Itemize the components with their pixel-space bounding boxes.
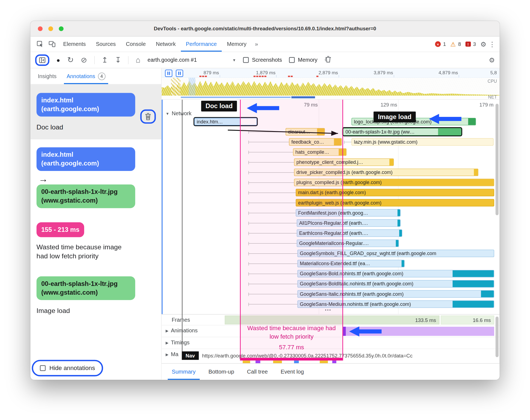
network-request-bar[interactable]: plugins_compiled.js (earth.google.com) xyxy=(294,179,494,186)
collapse-triangle-icon[interactable]: ▼ xyxy=(166,111,169,116)
annotation-entry-link[interactable]: index.html (earth.google.com) → 00-earth… xyxy=(30,139,161,208)
nav-marker-badge[interactable]: Nav xyxy=(182,351,199,360)
overview-ruler[interactable]: 879 ms 1,879 ms 2,879 ms 3,879 ms 4,879 … xyxy=(161,68,499,78)
annotation-pill-splash-jpg[interactable]: 00-earth-splash-1x-ltr.jpg (www.gstatic.… xyxy=(37,185,135,208)
frames-track[interactable]: Frames 133.5 ms 16.6 ms xyxy=(161,315,499,326)
network-request-bar[interactable]: FontManifest.json (earth.goog… xyxy=(296,209,401,217)
home-icon[interactable]: ⌂ xyxy=(136,56,140,64)
history-selected-value: earth.google.com #1 xyxy=(148,57,197,63)
error-icon[interactable]: × xyxy=(435,41,441,47)
expand-triangle-icon[interactable]: ▶ xyxy=(166,341,168,345)
network-track-header[interactable]: ▼ Network xyxy=(166,111,192,117)
close-window-button[interactable] xyxy=(38,26,43,31)
tracks-scrollbar[interactable] xyxy=(496,317,499,357)
image-load-callout[interactable]: Image load xyxy=(373,111,416,122)
timings-track-header[interactable]: ▶ Timings xyxy=(166,339,190,345)
tab-console[interactable]: Console xyxy=(121,37,151,52)
warning-icon[interactable]: ⚠ xyxy=(450,41,456,47)
tab-event-log[interactable]: Event log xyxy=(276,363,308,380)
tab-performance[interactable]: Performance xyxy=(181,37,222,52)
network-request-bar[interactable]: feedback_co… xyxy=(289,138,342,146)
annotation-label[interactable]: Doc load xyxy=(37,123,155,131)
network-request-bar[interactable]: EarthIcons-Regular.otf (earth.… xyxy=(297,229,402,237)
annotation-pill-time-range[interactable]: 155 - 213 ms xyxy=(37,222,84,237)
clear-recording-button[interactable]: ⊘ xyxy=(81,56,87,64)
annotation-pill-splash-jpg[interactable]: 00-earth-splash-1x-ltr.jpg (www.gstatic.… xyxy=(37,276,135,300)
tab-bottom-up[interactable]: Bottom-up xyxy=(204,363,238,380)
inspect-element-icon[interactable] xyxy=(34,37,46,52)
more-tabs-icon[interactable]: » xyxy=(252,37,261,52)
tab-summary[interactable]: Summary xyxy=(168,363,200,380)
network-request-bar[interactable]: 00-earth-splash-1x-ltr.jpg (ww… xyxy=(343,128,461,135)
request-body-segment xyxy=(453,270,494,277)
network-request-bar[interactable]: GoogleSans-BoldItalic.nohints.ttf (earth… xyxy=(298,280,494,288)
issues-icon[interactable]: ! xyxy=(465,42,471,47)
trash-icon[interactable] xyxy=(145,113,152,120)
main-track-header[interactable]: ▶ Ma xyxy=(166,351,178,357)
annotation-label[interactable]: Image load xyxy=(37,307,155,314)
cpu-overview-strip[interactable]: CPU xyxy=(161,78,499,96)
network-request-bar[interactable]: earthplugin_web.js (earth.google.com) xyxy=(296,199,494,206)
network-request-label: MaterialIcons-Extended.ttf (ea… xyxy=(300,261,370,266)
tab-insights[interactable]: Insights xyxy=(35,68,59,84)
tab-memory[interactable]: Memory xyxy=(222,37,252,52)
expand-triangle-icon[interactable]: ▶ xyxy=(166,329,168,333)
timings-track[interactable]: ▶ Timings xyxy=(161,337,499,349)
network-request-bar[interactable]: index.htm… xyxy=(194,118,257,125)
screenshots-checkbox[interactable] xyxy=(243,57,249,63)
annotations-label: Annotations xyxy=(67,73,95,79)
tab-elements[interactable]: Elements xyxy=(58,37,91,52)
network-request-bar[interactable]: lazy.min.js (www.gstatic.com) xyxy=(352,138,494,146)
annotation-pill-index-html[interactable]: index.html (earth.google.com) xyxy=(37,93,135,117)
tab-call-tree[interactable]: Call tree xyxy=(243,363,272,380)
memory-checkbox[interactable] xyxy=(289,57,295,63)
annotation-entry-wasted-time[interactable]: 155 - 213 ms Wasted time because image h… xyxy=(30,208,161,261)
annotation-label[interactable]: Wasted time because image had low fetch … xyxy=(37,242,131,261)
tab-annotations[interactable]: Annotations 4 xyxy=(64,68,108,84)
zoom-window-button[interactable] xyxy=(59,26,63,31)
network-request-label: drive_picker_compiled.js (earth.google.c… xyxy=(296,170,393,175)
network-request-bar[interactable]: clearcut… xyxy=(285,128,325,135)
network-request-bar[interactable]: drive_picker_compiled.js (earth.google.c… xyxy=(294,168,478,176)
waterfall-scrollbar[interactable] xyxy=(496,104,499,215)
capture-settings-gear-icon[interactable]: ⚙ xyxy=(489,57,495,63)
annotation-entry-doc-load[interactable]: index.html (earth.google.com) Doc load xyxy=(30,84,161,139)
network-request-bar[interactable]: GoogleSans-Bold.nohints.ttf (earth.googl… xyxy=(298,270,494,277)
network-request-bar[interactable]: GoogleSans-Medium.nohints.ttf (earth.goo… xyxy=(298,300,494,308)
hide-annotations-checkbox[interactable] xyxy=(40,365,46,371)
network-request-bar[interactable]: phenotype_client_compiled.j… xyxy=(294,158,394,166)
history-select[interactable]: earth.google.com #1 ▼ xyxy=(148,57,236,63)
upload-profile-icon[interactable]: ↥ xyxy=(102,56,108,64)
tab-network[interactable]: Network xyxy=(151,37,181,52)
network-request-bar[interactable]: MaterialIcons-Extended.ttf (ea… xyxy=(298,260,405,267)
network-request-bar[interactable]: main.dart.js (earth.google.com) xyxy=(296,189,494,196)
show-sidebar-icon[interactable] xyxy=(38,56,46,64)
annotation-entry-image-load[interactable]: 00-earth-splash-1x-ltr.jpg (www.gstatic.… xyxy=(30,261,161,315)
reload-and-record-button[interactable]: ↻ xyxy=(67,56,74,64)
network-request-bar[interactable]: GoogleSans-Italic.nohints.ttf (earth.goo… xyxy=(298,290,494,298)
download-profile-icon[interactable]: ↧ xyxy=(115,56,121,64)
pause-button[interactable] xyxy=(176,70,183,77)
doc-load-callout[interactable]: Doc load xyxy=(201,101,237,112)
network-request-bar[interactable]: GoogleSymbols_FILL_GRAD_opsz_wght.ttf (e… xyxy=(298,250,494,257)
kebab-menu-icon[interactable]: ⋮ xyxy=(489,41,496,48)
network-request-bar[interactable]: All1PIcons-Regular.otf (earth.… xyxy=(297,219,401,227)
request-body-segment xyxy=(402,260,404,267)
device-toolbar-icon[interactable] xyxy=(46,37,58,52)
network-waterfall[interactable]: 79 ms 129 ms 179 m ▼ Network index.htm…l… xyxy=(161,100,499,314)
minimize-window-button[interactable] xyxy=(48,26,53,31)
network-request-bar[interactable]: hats_compile… xyxy=(293,148,346,156)
main-thread-track[interactable]: ▶ Ma Nav https://earth.google.com/web/@0… xyxy=(161,349,499,363)
network-request-bar[interactable]: GoogleMaterialIcons-Regular.… xyxy=(297,239,399,247)
expand-triangle-icon[interactable]: ▶ xyxy=(166,352,168,357)
collect-garbage-icon[interactable] xyxy=(325,56,332,64)
pause-button[interactable] xyxy=(165,70,172,77)
tab-sources[interactable]: Sources xyxy=(91,37,121,52)
frame-duration-bar[interactable]: 133.5 ms xyxy=(225,316,440,324)
settings-gear-icon[interactable]: ⚙ xyxy=(480,41,486,48)
animations-track[interactable]: ▶ Animations xyxy=(161,325,499,337)
net-overview-strip[interactable]: NET xyxy=(161,96,499,100)
annotation-pill-index-html[interactable]: index.html (earth.google.com) xyxy=(37,147,135,171)
record-button[interactable]: ● xyxy=(57,57,60,63)
frame-duration-bar[interactable]: 16.6 ms xyxy=(441,316,494,324)
